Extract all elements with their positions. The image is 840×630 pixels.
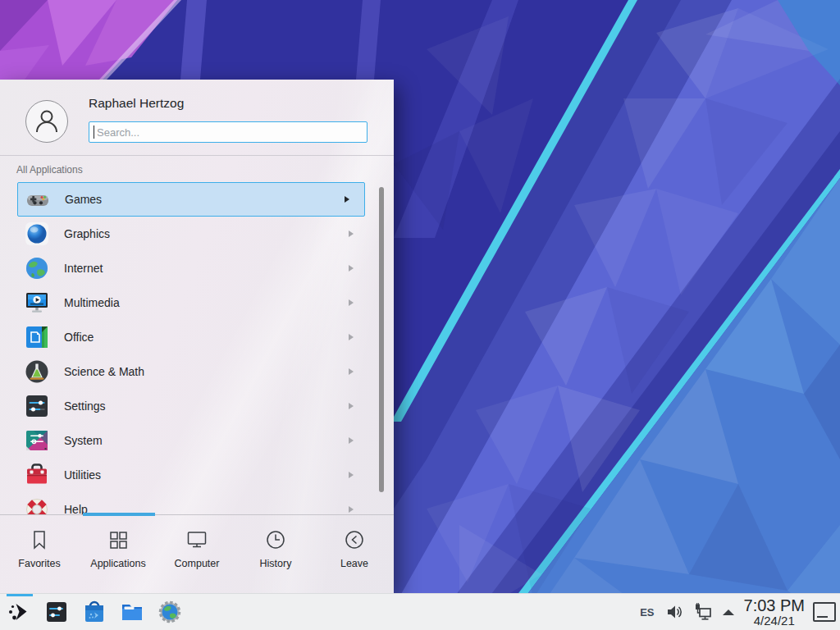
category-label: Games bbox=[65, 193, 102, 206]
submenu-arrow-icon bbox=[349, 368, 354, 375]
active-task-indicator bbox=[7, 594, 33, 596]
submenu-arrow-icon bbox=[349, 265, 354, 272]
category-help[interactable]: Help bbox=[0, 492, 394, 514]
submenu-arrow-icon bbox=[349, 299, 354, 306]
category-multimedia[interactable]: Multimedia bbox=[0, 285, 394, 320]
taskbar-panel: ES bbox=[0, 593, 840, 630]
file-manager-icon bbox=[119, 599, 145, 625]
submenu-arrow-icon bbox=[349, 506, 354, 513]
category-system[interactable]: System bbox=[0, 423, 394, 458]
tab-label: Computer bbox=[175, 558, 220, 569]
system-settings-button[interactable] bbox=[38, 594, 75, 630]
media-screen-icon bbox=[24, 290, 50, 316]
category-label: Settings bbox=[64, 399, 106, 413]
tab-label: Favorites bbox=[18, 558, 60, 569]
search-input[interactable] bbox=[89, 121, 368, 143]
category-label: Utilities bbox=[64, 468, 101, 482]
category-science-math[interactable]: Science & Math bbox=[0, 354, 394, 389]
network-icon[interactable] bbox=[693, 602, 713, 622]
web-browser-button[interactable] bbox=[151, 594, 189, 630]
flask-icon bbox=[24, 358, 50, 385]
sliders-icon bbox=[24, 393, 50, 419]
submenu-arrow-icon bbox=[345, 196, 349, 203]
category-settings[interactable]: Settings bbox=[0, 389, 394, 423]
software-center-icon bbox=[81, 599, 107, 625]
tab-history[interactable]: History bbox=[236, 515, 315, 593]
monitor-icon bbox=[185, 528, 208, 551]
category-list: Games Graphics bbox=[0, 182, 394, 514]
active-tab-indicator bbox=[83, 513, 155, 516]
digital-clock[interactable]: 7:03 PM 4/24/21 bbox=[744, 597, 805, 628]
show-desktop-button[interactable] bbox=[813, 602, 836, 622]
launcher-header: Raphael Hertzog bbox=[0, 80, 394, 156]
tab-computer[interactable]: Computer bbox=[158, 515, 236, 593]
desktop: Raphael Hertzog All Applications bbox=[0, 0, 840, 630]
tab-applications[interactable]: Applications bbox=[79, 515, 158, 593]
grid-icon bbox=[107, 528, 130, 551]
system-settings-icon bbox=[43, 599, 70, 625]
category-label: Graphics bbox=[64, 227, 110, 240]
volume-icon[interactable] bbox=[665, 603, 683, 621]
submenu-arrow-icon bbox=[349, 472, 354, 478]
submenu-arrow-icon bbox=[349, 437, 354, 444]
keyboard-layout-indicator[interactable]: ES bbox=[640, 606, 654, 619]
toolbox-icon bbox=[24, 462, 50, 488]
web-browser-icon bbox=[157, 599, 183, 625]
app-launcher-button[interactable] bbox=[0, 594, 38, 630]
text-caret bbox=[94, 126, 94, 139]
globe-icon bbox=[24, 255, 50, 281]
bookmark-icon bbox=[28, 528, 51, 551]
category-label: Science & Math bbox=[64, 365, 144, 378]
category-label: System bbox=[64, 434, 103, 447]
kali-menu-icon bbox=[7, 600, 31, 624]
user-name: Raphael Hertzog bbox=[89, 96, 184, 111]
clock-icon bbox=[264, 528, 287, 551]
clock-time: 7:03 PM bbox=[744, 597, 805, 614]
submenu-arrow-icon bbox=[349, 231, 354, 237]
scrollbar[interactable] bbox=[379, 187, 384, 492]
category-label: Office bbox=[64, 331, 94, 344]
tab-label: Applications bbox=[90, 558, 145, 569]
office-document-icon bbox=[24, 324, 50, 350]
expand-tray-icon[interactable] bbox=[723, 609, 734, 615]
category-label: Multimedia bbox=[64, 296, 120, 309]
clock-date: 4/24/21 bbox=[744, 614, 805, 628]
lifebuoy-icon bbox=[24, 496, 50, 514]
gamepad-icon bbox=[25, 187, 51, 213]
system-tray: ES bbox=[640, 594, 840, 630]
file-manager-button[interactable] bbox=[113, 594, 151, 630]
tab-label: History bbox=[260, 558, 292, 569]
graphics-orb-icon bbox=[24, 221, 50, 247]
user-silhouette-icon bbox=[30, 105, 63, 138]
system-sliders-icon bbox=[24, 427, 50, 454]
section-label: All Applications bbox=[16, 164, 83, 176]
user-avatar[interactable] bbox=[25, 100, 68, 143]
tab-label: Leave bbox=[340, 558, 368, 569]
launcher-footer: Favorites Applications Computer bbox=[0, 514, 394, 593]
software-center-button[interactable] bbox=[75, 594, 113, 630]
submenu-arrow-icon bbox=[349, 334, 354, 340]
submenu-arrow-icon bbox=[349, 403, 354, 409]
tab-leave[interactable]: Leave bbox=[315, 515, 394, 593]
category-utilities[interactable]: Utilities bbox=[0, 458, 394, 492]
category-office[interactable]: Office bbox=[0, 320, 394, 354]
category-internet[interactable]: Internet bbox=[0, 251, 394, 285]
application-launcher-menu: Raphael Hertzog All Applications bbox=[0, 80, 394, 593]
category-games[interactable]: Games bbox=[17, 182, 365, 217]
category-label: Internet bbox=[64, 262, 103, 275]
category-graphics[interactable]: Graphics bbox=[0, 217, 394, 251]
leave-icon bbox=[343, 528, 366, 551]
tab-favorites[interactable]: Favorites bbox=[0, 515, 79, 593]
